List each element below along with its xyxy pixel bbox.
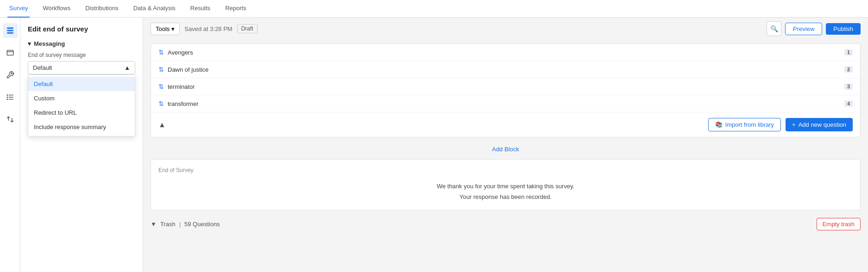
trash-label: Trash xyxy=(160,221,176,228)
svg-rect-1 xyxy=(7,30,13,31)
question-left-1: ⇅ Avengers xyxy=(158,49,193,56)
dropdown-option-redirect[interactable]: Redirect to URL xyxy=(28,105,135,120)
svg-rect-0 xyxy=(7,27,13,29)
end-survey-line2: Your response has been recorded. xyxy=(158,192,853,202)
survey-block: ⇅ Avengers 1 ⇅ Dawn of justice 2 ⇅ termi… xyxy=(151,43,861,137)
svg-point-9 xyxy=(7,97,8,98)
content-area: Tools ▾ Saved at 3:28 PM Draft 🔍 Preview… xyxy=(143,18,868,272)
dropdown-menu: Default Custom Redirect to URL Include r… xyxy=(28,74,135,136)
tools-label: Tools xyxy=(156,25,170,32)
end-survey-line1: We thank you for your time spent taking … xyxy=(158,181,853,192)
chevron-down-icon: ▾ xyxy=(171,25,175,32)
header-bar: Tools ▾ Saved at 3:28 PM Draft 🔍 Preview… xyxy=(143,18,868,40)
preview-button[interactable]: Preview xyxy=(785,23,822,35)
svg-point-10 xyxy=(7,99,8,100)
question-left-2: ⇅ Dawn of justice xyxy=(158,66,208,73)
sort-icon-1: ⇅ xyxy=(158,49,164,56)
add-block-row[interactable]: Add Block xyxy=(143,141,868,157)
dropdown-selected-value: Default xyxy=(33,64,52,71)
dropdown-trigger[interactable]: Default ▲ xyxy=(28,61,135,74)
icon-sidebar xyxy=(0,18,20,272)
end-survey-block-label: End of Survey xyxy=(158,167,853,173)
import-icon: 📚 xyxy=(715,121,723,128)
dropdown-container: Default ▲ Default Custom Redirect to URL… xyxy=(28,61,135,74)
trash-question-count: 59 Questions xyxy=(184,221,220,228)
draft-badge: Draft xyxy=(237,24,258,33)
sidebar-arrows-icon[interactable] xyxy=(3,112,18,127)
actions-row: ▲ 📚 Import from library + Add new questi… xyxy=(151,112,860,137)
trash-count: | xyxy=(179,221,181,228)
empty-trash-button[interactable]: Empty trash xyxy=(817,218,861,230)
question-left-3: ⇅ terminator xyxy=(158,83,195,90)
nav-workflows[interactable]: Workflows xyxy=(41,0,72,18)
end-survey-block: End of Survey We thank you for your time… xyxy=(151,159,861,210)
question-text-4: transformer xyxy=(168,100,198,107)
panel-title: Edit end of survey xyxy=(28,25,135,33)
question-row: ⇅ Avengers 1 xyxy=(151,44,860,61)
sidebar-survey-icon[interactable] xyxy=(3,23,18,38)
sort-icon-3: ⇅ xyxy=(158,83,164,90)
nav-survey[interactable]: Survey xyxy=(7,0,30,18)
nav-reports[interactable]: Reports xyxy=(223,0,248,18)
publish-button[interactable]: Publish xyxy=(826,23,861,35)
question-text-2: Dawn of justice xyxy=(168,66,208,73)
question-row-2: ⇅ Dawn of justice 2 xyxy=(151,61,860,78)
sidebar-tools-icon[interactable] xyxy=(3,68,18,82)
top-nav: Survey Workflows Distributions Data & An… xyxy=(0,0,868,18)
question-num-2: 2 xyxy=(844,66,853,73)
nav-distributions[interactable]: Distributions xyxy=(83,0,120,18)
question-num-1: 1 xyxy=(844,49,853,56)
collapse-section-icon[interactable]: ▾ xyxy=(28,40,31,47)
end-survey-text: We thank you for your time spent taking … xyxy=(158,181,853,203)
question-text-3: terminator xyxy=(168,83,195,90)
nav-data-analysis[interactable]: Data & Analysis xyxy=(132,0,177,18)
search-button[interactable]: 🔍 xyxy=(767,21,781,36)
action-buttons: 📚 Import from library + Add new question xyxy=(708,118,853,131)
trash-left: ▼ Trash | 59 Questions xyxy=(151,221,220,228)
sidebar-list-icon[interactable] xyxy=(3,90,18,105)
add-question-label: Add new question xyxy=(799,121,846,128)
add-block-label: Add Block xyxy=(492,146,519,153)
main-layout: Edit end of survey ▾ Messaging End of su… xyxy=(0,18,868,272)
messaging-section-header: ▾ Messaging xyxy=(28,40,135,47)
sidebar-layers-icon[interactable] xyxy=(3,45,18,60)
question-num-3: 3 xyxy=(844,83,853,90)
dropdown-option-custom[interactable]: Custom xyxy=(28,91,135,105)
header-left: Tools ▾ Saved at 3:28 PM Draft xyxy=(151,23,258,35)
import-from-library-button[interactable]: 📚 Import from library xyxy=(708,118,781,131)
sort-icon-2: ⇅ xyxy=(158,66,164,73)
plus-icon: + xyxy=(792,121,796,128)
svg-point-8 xyxy=(7,95,8,96)
svg-rect-3 xyxy=(7,50,13,56)
dropdown-option-response-summary[interactable]: Include response summary xyxy=(28,120,135,134)
search-icon: 🔍 xyxy=(770,25,778,32)
question-text-1: Avengers xyxy=(168,49,193,56)
collapse-button[interactable]: ▲ xyxy=(158,121,166,129)
saved-text: Saved at 3:28 PM xyxy=(184,25,232,32)
trash-row: ▼ Trash | 59 Questions Empty trash xyxy=(143,212,868,236)
left-panel: Edit end of survey ▾ Messaging End of su… xyxy=(20,18,143,272)
end-of-survey-label: End of survey message xyxy=(28,52,135,58)
trash-collapse-icon[interactable]: ▼ xyxy=(151,221,157,228)
add-new-question-button[interactable]: + Add new question xyxy=(786,118,853,131)
question-row-4: ⇅ transformer 4 xyxy=(151,95,860,112)
nav-results[interactable]: Results xyxy=(189,0,212,18)
tools-button[interactable]: Tools ▾ xyxy=(151,23,180,35)
chevron-up-icon: ▲ xyxy=(124,64,130,71)
svg-rect-2 xyxy=(7,32,13,34)
import-label: Import from library xyxy=(725,121,774,128)
header-right: 🔍 Preview Publish xyxy=(767,21,861,36)
question-num-4: 4 xyxy=(844,100,853,107)
question-row-3: ⇅ terminator 3 xyxy=(151,78,860,95)
sort-icon-4: ⇅ xyxy=(158,100,164,107)
question-left-4: ⇅ transformer xyxy=(158,100,198,107)
dropdown-option-default[interactable]: Default xyxy=(28,77,135,91)
